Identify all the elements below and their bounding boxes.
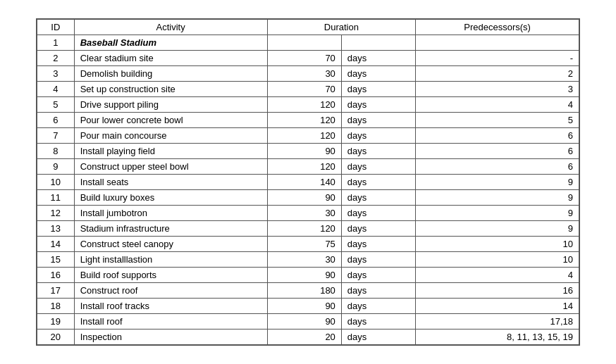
cell-duration-num: 140 bbox=[267, 175, 341, 190]
cell-duration-unit: days bbox=[341, 175, 415, 190]
table-row: 9Construct upper steel bowl120days6 bbox=[37, 159, 579, 175]
cell-duration-unit: days bbox=[341, 330, 415, 345]
cell-duration-num: 90 bbox=[267, 190, 341, 206]
cell-activity: Install seats bbox=[74, 175, 267, 190]
cell-predecessors: 17,18 bbox=[416, 314, 579, 330]
cell-duration-unit: days bbox=[341, 283, 415, 299]
cell-predecessors: 4 bbox=[416, 97, 579, 113]
cell-duration-unit: days bbox=[341, 314, 415, 330]
cell-duration-unit: days bbox=[341, 128, 415, 144]
cell-predecessors: 6 bbox=[416, 144, 579, 159]
cell-duration-unit: days bbox=[341, 221, 415, 237]
cell-duration-unit: days bbox=[341, 268, 415, 283]
cell-id: 14 bbox=[37, 237, 75, 252]
cell-duration-num: 90 bbox=[267, 314, 341, 330]
cell-activity: Stadium infrastructure bbox=[74, 221, 267, 237]
cell-predecessors: 9 bbox=[416, 175, 579, 190]
cell-duration-num: 70 bbox=[267, 82, 341, 97]
table-row: 5Drive support piling120days4 bbox=[37, 97, 579, 113]
cell-activity: Construct upper steel bowl bbox=[74, 159, 267, 175]
cell-id: 16 bbox=[37, 268, 75, 283]
cell-activity: Baseball Stadium bbox=[74, 35, 267, 51]
cell-id: 15 bbox=[37, 252, 75, 268]
table-row: 15Light installlastion30days10 bbox=[37, 252, 579, 268]
cell-activity: Pour main concourse bbox=[74, 128, 267, 144]
cell-duration-unit: days bbox=[341, 252, 415, 268]
cell-id: 13 bbox=[37, 221, 75, 237]
cell-predecessors: - bbox=[416, 51, 579, 66]
cell-duration-num: 120 bbox=[267, 113, 341, 128]
cell-duration-unit bbox=[341, 35, 415, 51]
table-row: 4Set up construction site70days3 bbox=[37, 82, 579, 97]
cell-duration-unit: days bbox=[341, 206, 415, 221]
cell-id: 12 bbox=[37, 206, 75, 221]
cell-id: 20 bbox=[37, 330, 75, 345]
cell-duration-num: 120 bbox=[267, 159, 341, 175]
header-id: ID bbox=[37, 20, 75, 35]
table-row: 2Clear stadium site70days- bbox=[37, 51, 579, 66]
cell-duration-num: 30 bbox=[267, 66, 341, 82]
cell-duration-unit: days bbox=[341, 190, 415, 206]
cell-id: 18 bbox=[37, 299, 75, 314]
cell-duration-unit: days bbox=[341, 97, 415, 113]
cell-predecessors bbox=[416, 35, 579, 51]
cell-predecessors: 6 bbox=[416, 128, 579, 144]
cell-predecessors: 14 bbox=[416, 299, 579, 314]
cell-predecessors: 9 bbox=[416, 221, 579, 237]
cell-duration-unit: days bbox=[341, 51, 415, 66]
cell-id: 2 bbox=[37, 51, 75, 66]
header-predecessors: Predecessors(s) bbox=[416, 20, 579, 35]
cell-predecessors: 9 bbox=[416, 190, 579, 206]
table-row: 11Build luxury boxes90days9 bbox=[37, 190, 579, 206]
cell-predecessors: 10 bbox=[416, 237, 579, 252]
table-row: 10Install seats140days9 bbox=[37, 175, 579, 190]
cell-activity: Construct steel canopy bbox=[74, 237, 267, 252]
cell-duration-unit: days bbox=[341, 144, 415, 159]
cell-duration-num: 30 bbox=[267, 252, 341, 268]
cell-activity: Construct roof bbox=[74, 283, 267, 299]
table-row: 8Install playing field90days6 bbox=[37, 144, 579, 159]
table-row: 19Install roof90days17,18 bbox=[37, 314, 579, 330]
cell-activity: Light installlastion bbox=[74, 252, 267, 268]
cell-duration-unit: days bbox=[341, 66, 415, 82]
cell-id: 8 bbox=[37, 144, 75, 159]
table-row: 12Install jumbotron30days9 bbox=[37, 206, 579, 221]
main-table-container: ID Activity Duration Predecessors(s) 1Ba… bbox=[36, 18, 580, 346]
cell-activity: Install jumbotron bbox=[74, 206, 267, 221]
table-row: 6Pour lower concrete bowl120days5 bbox=[37, 113, 579, 128]
cell-activity: Build luxury boxes bbox=[74, 190, 267, 206]
cell-duration-unit: days bbox=[341, 299, 415, 314]
cell-predecessors: 16 bbox=[416, 283, 579, 299]
cell-id: 11 bbox=[37, 190, 75, 206]
cell-duration-unit: days bbox=[341, 237, 415, 252]
cell-id: 1 bbox=[37, 35, 75, 51]
header-duration: Duration bbox=[267, 20, 416, 35]
cell-predecessors: 4 bbox=[416, 268, 579, 283]
cell-predecessors: 5 bbox=[416, 113, 579, 128]
cell-duration-num: 30 bbox=[267, 206, 341, 221]
cell-activity: Demolish building bbox=[74, 66, 267, 82]
cell-predecessors: 6 bbox=[416, 159, 579, 175]
header-row: ID Activity Duration Predecessors(s) bbox=[37, 20, 579, 35]
cell-id: 9 bbox=[37, 159, 75, 175]
cell-duration-unit: days bbox=[341, 159, 415, 175]
cell-duration-num: 70 bbox=[267, 51, 341, 66]
table-row: 14Construct steel canopy75days10 bbox=[37, 237, 579, 252]
table-row: 1Baseball Stadium bbox=[37, 35, 579, 51]
cell-duration-num bbox=[267, 35, 341, 51]
activity-table: ID Activity Duration Predecessors(s) 1Ba… bbox=[37, 19, 579, 345]
cell-activity: Install playing field bbox=[74, 144, 267, 159]
cell-duration-num: 20 bbox=[267, 330, 341, 345]
table-row: 16Build roof supports90days4 bbox=[37, 268, 579, 283]
cell-activity: Drive support piling bbox=[74, 97, 267, 113]
cell-duration-num: 180 bbox=[267, 283, 341, 299]
cell-id: 10 bbox=[37, 175, 75, 190]
cell-activity: Install roof bbox=[74, 314, 267, 330]
cell-activity: Set up construction site bbox=[74, 82, 267, 97]
cell-duration-num: 90 bbox=[267, 299, 341, 314]
cell-activity: Clear stadium site bbox=[74, 51, 267, 66]
cell-id: 3 bbox=[37, 66, 75, 82]
cell-duration-unit: days bbox=[341, 82, 415, 97]
cell-activity: Inspection bbox=[74, 330, 267, 345]
table-row: 20Inspection20days8, 11, 13, 15, 19 bbox=[37, 330, 579, 345]
